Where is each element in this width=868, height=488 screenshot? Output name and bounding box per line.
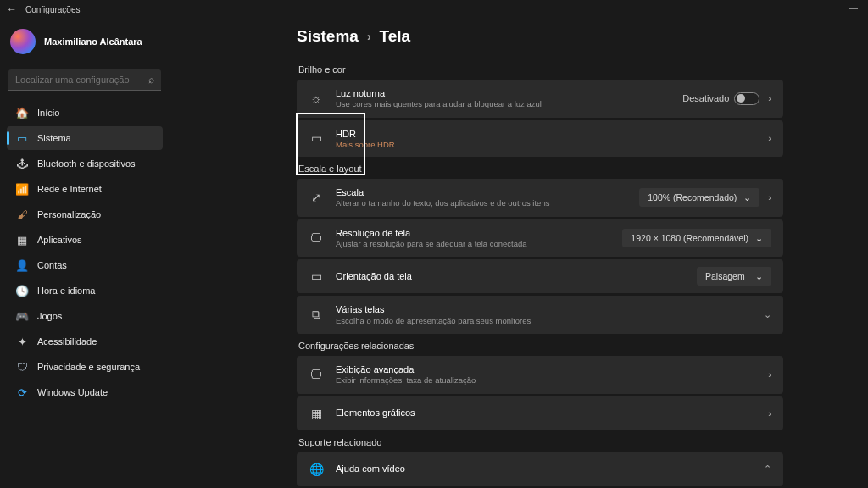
nav-icon: 🎮 bbox=[15, 309, 29, 323]
multiple-monitors-icon: ⧉ bbox=[309, 308, 324, 323]
nav-label: Acessibilidade bbox=[37, 336, 97, 347]
card-sub: Use cores mais quentes para ajudar a blo… bbox=[336, 99, 670, 109]
section-brightness: Brilho e cor bbox=[298, 64, 783, 75]
card-nightlight[interactable]: ☼ Luz noturna Use cores mais quentes par… bbox=[297, 80, 783, 118]
monitor-icon: 🖵 bbox=[309, 230, 324, 246]
chevron-up-icon: ⌃ bbox=[764, 463, 771, 474]
chevron-right-icon: › bbox=[768, 192, 771, 202]
sidebar-item-contas[interactable]: 👤Contas bbox=[7, 253, 163, 277]
breadcrumb-current: Tela bbox=[380, 27, 411, 46]
card-right: Desativado › bbox=[682, 92, 771, 105]
card-title: Elementos gráficos bbox=[336, 407, 756, 419]
nav-icon: ▦ bbox=[15, 233, 29, 247]
profile[interactable]: Maximiliano Alcântara bbox=[7, 24, 163, 66]
nav-label: Sistema bbox=[37, 133, 71, 143]
section-support: Suporte relacionado bbox=[298, 437, 783, 447]
card-advanced[interactable]: 🖵 Exibição avançada Exibir informações, … bbox=[297, 356, 783, 394]
nav-label: Jogos bbox=[37, 311, 62, 321]
chevron-right-icon: › bbox=[768, 93, 771, 103]
select-value: 1920 × 1080 (Recomendável) bbox=[631, 233, 748, 243]
nav-label: Rede e Internet bbox=[37, 184, 102, 194]
breadcrumb-parent[interactable]: Sistema bbox=[297, 27, 359, 46]
toggle-label: Desativado bbox=[682, 93, 729, 103]
card-sub: Ajustar a resolução para se adequar à te… bbox=[336, 239, 610, 249]
chevron-right-icon: › bbox=[768, 408, 771, 419]
nav-icon: ⟳ bbox=[15, 385, 29, 399]
nav-label: Início bbox=[37, 108, 59, 118]
nav-icon: 🕓 bbox=[15, 284, 29, 297]
nav-icon: ▭ bbox=[15, 131, 29, 145]
sidebar-item-in-cio[interactable]: 🏠Início bbox=[7, 101, 163, 125]
sidebar-item-acessibilidade[interactable]: ✦Acessibilidade bbox=[7, 330, 163, 353]
titlebar: ← Configurações — bbox=[0, 0, 868, 19]
scale-icon: ⤢ bbox=[309, 190, 324, 205]
minimize-icon[interactable]: — bbox=[849, 3, 858, 13]
sidebar-item-rede-e-internet[interactable]: 📶Rede e Internet bbox=[7, 177, 163, 201]
card-text: Várias telas Escolha o modo de apresenta… bbox=[336, 303, 752, 326]
sidebar-item-sistema[interactable]: ▭Sistema bbox=[7, 126, 163, 150]
chevron-down-icon: ⌄ bbox=[755, 271, 763, 281]
card-scale[interactable]: ⤢ Escala Alterar o tamanho do texto, dos… bbox=[297, 179, 783, 217]
card-title: Escala bbox=[336, 186, 627, 198]
card-title: Luz noturna bbox=[336, 87, 670, 99]
sidebar-item-privacidade-e-seguran-a[interactable]: 🛡Privacidade e segurança bbox=[7, 355, 163, 379]
chevron-down-icon: ⌄ bbox=[755, 233, 763, 243]
nightlight-toggle[interactable]: Desativado bbox=[682, 92, 760, 105]
card-text: HDR Mais sobre HDR bbox=[336, 128, 756, 149]
select-value: Paisagem bbox=[705, 271, 745, 281]
sidebar-item-jogos[interactable]: 🎮Jogos bbox=[7, 304, 163, 328]
card-orientation[interactable]: ▭ Orientação da tela Paisagem ⌄ bbox=[297, 259, 783, 293]
search-input[interactable] bbox=[8, 69, 161, 91]
card-hdr[interactable]: ▭ HDR Mais sobre HDR › bbox=[297, 120, 783, 157]
card-right: ⌃ bbox=[764, 463, 771, 474]
card-multiple[interactable]: ⧉ Várias telas Escolha o modo de apresen… bbox=[297, 296, 783, 334]
sidebar-item-hora-e-idioma[interactable]: 🕓Hora e idioma bbox=[7, 279, 163, 302]
sidebar-item-windows-update[interactable]: ⟳Windows Update bbox=[7, 380, 163, 404]
card-resolution[interactable]: 🖵 Resolução de tela Ajustar a resolução … bbox=[297, 219, 783, 258]
nav-icon: 👤 bbox=[15, 258, 29, 272]
sidebar-item-personaliza-o[interactable]: 🖌Personalização bbox=[7, 202, 163, 226]
nav-icon: 🛡 bbox=[15, 360, 29, 374]
orientation-icon: ▭ bbox=[309, 269, 324, 284]
nav-icon: 🏠 bbox=[15, 106, 29, 119]
card-title: Resolução de tela bbox=[336, 227, 610, 239]
nav-icon: 📶 bbox=[15, 182, 29, 196]
card-graphics[interactable]: ▦ Elementos gráficos › bbox=[297, 396, 783, 430]
search-icon[interactable]: ⌕ bbox=[148, 74, 154, 86]
section-scale: Escala e layout bbox=[298, 164, 783, 174]
back-arrow-icon[interactable]: ← bbox=[7, 3, 17, 15]
nav-label: Bluetooth e dispositivos bbox=[37, 158, 136, 169]
chevron-right-icon: › bbox=[768, 133, 771, 143]
section-related: Configurações relacionadas bbox=[298, 341, 783, 351]
card-text: Orientação da tela bbox=[336, 270, 685, 282]
sidebar-item-bluetooth-e-dispositivos[interactable]: 🕹Bluetooth e dispositivos bbox=[7, 152, 163, 175]
nav-label: Privacidade e segurança bbox=[37, 362, 140, 372]
chevron-right-icon: › bbox=[367, 30, 371, 43]
orientation-select[interactable]: Paisagem ⌄ bbox=[697, 267, 771, 286]
card-text: Luz noturna Use cores mais quentes para … bbox=[336, 87, 670, 110]
hdr-icon: ▭ bbox=[309, 130, 324, 146]
card-title: Várias telas bbox=[336, 303, 752, 315]
card-right: › bbox=[768, 408, 771, 419]
sidebar-item-aplicativos[interactable]: ▦Aplicativos bbox=[7, 228, 163, 252]
card-link[interactable]: Mais sobre HDR bbox=[336, 140, 756, 149]
main-content: Sistema › Tela Brilho e cor ☼ Luz noturn… bbox=[170, 19, 868, 488]
nav-list: 🏠Início▭Sistema🕹Bluetooth e dispositivos… bbox=[7, 101, 163, 404]
card-sub: Escolha o modo de apresentação para seus… bbox=[336, 316, 752, 326]
nav-label: Personalização bbox=[37, 209, 101, 219]
chevron-down-icon: ⌄ bbox=[764, 309, 771, 320]
card-sub: Exibir informações, taxa de atualização bbox=[336, 375, 756, 385]
card-help[interactable]: 🌐 Ajuda com vídeo ⌃ bbox=[297, 452, 783, 486]
nav-icon: ✦ bbox=[15, 335, 29, 348]
breadcrumb: Sistema › Tela bbox=[297, 27, 783, 46]
card-right: 100% (Recomendado) ⌄ › bbox=[639, 188, 771, 207]
nav-label: Aplicativos bbox=[37, 235, 82, 245]
resolution-select[interactable]: 1920 × 1080 (Recomendável) ⌄ bbox=[622, 229, 771, 247]
search-box: ⌕ bbox=[8, 69, 161, 91]
card-title: Exibição avançada bbox=[336, 363, 756, 375]
card-text: Elementos gráficos bbox=[336, 407, 756, 419]
card-right: › bbox=[768, 369, 771, 380]
card-right: 1920 × 1080 (Recomendável) ⌄ bbox=[622, 229, 771, 247]
scale-select[interactable]: 100% (Recomendado) ⌄ bbox=[639, 188, 760, 207]
nav-label: Windows Update bbox=[37, 387, 108, 397]
